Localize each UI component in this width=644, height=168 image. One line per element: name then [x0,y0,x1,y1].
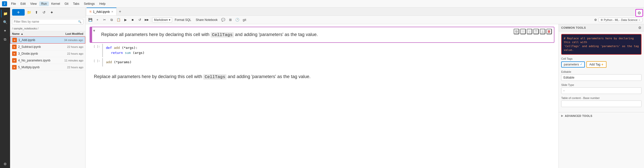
file-row[interactable]: N 1_Add.ipynb 34 minutes ago [10,37,85,44]
copy-cell-button[interactable]: ⧉ [514,29,519,34]
keyword: return [111,50,123,56]
refresh-button[interactable]: ↺ [41,9,47,16]
git-button[interactable]: ✦ [48,9,55,16]
git-btn[interactable]: git [241,17,248,23]
open-folder-button[interactable]: 📁 [26,9,32,16]
code-cell-content-1[interactable]: def add (*args): return sum (args) [102,44,554,57]
file-name: 5_Multiply.ipynb [18,65,56,69]
file-row[interactable]: N 3_Divide.ipynb 22 hours ago [10,50,85,57]
menu-edit[interactable]: Edit [18,2,28,6]
copy-button[interactable]: ⧉ [108,17,115,23]
menu-bar: J File Edit View Run Kernel Git Tabs Set… [0,0,644,8]
add-cell-button[interactable]: + [94,17,101,23]
slide-type-input[interactable] [561,87,641,94]
move-up-button[interactable]: ↑ [520,29,526,34]
share-notebook-button[interactable]: Share Notebook [194,18,220,22]
markdown-cell-2: Replace all parameters here by declaring… [90,69,554,85]
notebook-icon: N [12,45,17,49]
cut-button[interactable]: ✂ [101,17,108,23]
add-tag-button[interactable]: Add Tag + [586,61,607,68]
run-button[interactable]: ▶ [122,17,129,23]
tag-chip[interactable]: parameters ✓ [561,61,585,68]
notebook-content: ▾ Replace all parameters here by declari… [86,24,558,168]
col-name-header[interactable]: Name ▲ [12,32,56,35]
icon-git[interactable]: ✦ [1,27,9,35]
file-row[interactable]: N 5_Multiply.ipynb 22 hours ago [10,64,85,71]
editable-input[interactable] [561,74,641,81]
code-text: (args) [133,50,144,56]
fast-forward-button[interactable]: ▶▶ [143,17,150,23]
advanced-tools-label: ADVANCED TOOLS [565,114,592,117]
paste-button[interactable]: 📋 [115,17,122,23]
notebook-icon: N [12,65,17,70]
main-area: N 1_Add.ipynb ✕ + 💾 + ✂ ⧉ 📋 ▶ ■ ↺ ▶▶ Mar… [86,8,644,168]
clock-button[interactable]: 🕐 [234,17,241,23]
icon-bar: 📁 🔍 ✦ ⧉ ⚙ [0,8,10,168]
params: (*args): [122,45,138,51]
upload-button[interactable]: ⬆ [33,9,40,16]
preview-line2: 'CellTags' and adding 'parameters' as th… [564,44,639,52]
advanced-tools-header[interactable]: ▶ ADVANCED TOOLS [559,112,644,119]
slide-type-field-group: Slide Type [561,83,641,94]
code-text: (*params) [114,60,131,65]
tab-label: 1_Add.ipynb [93,10,110,14]
top-right-settings-button[interactable]: ⚙ [635,9,643,17]
menu-git[interactable]: Git [63,2,70,6]
file-name: 2_Subtract.ipynb [18,45,56,49]
cell-type-dropdown[interactable]: Markdown ▾ [152,17,172,22]
markdown-cell-selected[interactable]: ▾ Replace all parameters here by declari… [90,27,554,43]
menu-view[interactable]: View [28,2,39,6]
file-row[interactable]: N 2_Subtract.ipynb 22 hours ago [10,44,85,50]
merge-button[interactable]: ⊤ [533,29,539,34]
tab-close-button[interactable]: ✕ [111,10,113,13]
notebook-tab[interactable]: N 1_Add.ipynb ✕ [87,8,117,15]
icon-extensions[interactable]: ⧉ [1,35,9,43]
sort-asc-icon: ▲ [21,32,23,35]
main-layout: 📁 🔍 ✦ ⧉ ⚙ + 📁 ⬆ ↺ ✦ 🔍 / sample_notebooks… [0,8,644,168]
file-row[interactable]: N 4_No_parameters.ipynb 11 minutes ago [10,57,85,64]
code-cell-content-2[interactable]: add (*params) [102,58,554,66]
code-cell-2: [ ]: add (*params) [90,58,554,66]
fn-call: add [106,60,112,65]
stop-button[interactable]: ■ [129,17,136,23]
editable-label: Editable [561,70,641,73]
restart-button[interactable]: ↺ [136,17,143,23]
comment-button[interactable]: 💬 [220,17,226,23]
menu-file[interactable]: File [9,2,18,6]
cell-prompt-2: [ ]: [90,58,102,62]
kernel-icon: ⚙ [594,18,597,22]
code-cell-1: [ ]: def add (*args): return sum (args) [90,44,554,57]
right-panel-gear-icon[interactable]: ⚙ [638,26,641,30]
toc-input[interactable] [561,100,641,107]
format-sql-button[interactable]: Format SQL [173,18,193,22]
markdown-cell-content: Replace all parameters here by declaring… [97,27,554,42]
save-button[interactable]: 💾 [87,17,94,23]
tag-check-icon: ✓ [580,63,582,66]
menu-tabs[interactable]: Tabs [71,2,81,6]
search-input[interactable] [14,20,78,23]
new-tab-button[interactable]: + [117,8,124,15]
move-down-button[interactable]: ↓ [527,29,532,34]
code-preview: # Replace all parameters here by declari… [561,34,641,55]
col-modified-header[interactable]: Last Modified [56,32,83,35]
sidebar: + 📁 ⬆ ↺ ✦ 🔍 / sample_notebooks / Name ▲ … [10,8,86,168]
delete-cell-button[interactable]: 🗑 [546,29,552,34]
kernel-badge[interactable]: Python - ML - Data Science ○ [598,18,642,22]
code-line: def add (*args): [106,45,551,51]
menu-kernel[interactable]: Kernel [49,2,62,6]
cell-collapse-btn[interactable]: ▾ [92,27,97,42]
cell-tags-area: parameters ✓ Add Tag + [561,61,641,68]
file-table: Name ▲ Last Modified N 1_Add.ipynb 34 mi… [10,31,85,168]
grid-button[interactable]: ⊞ [227,17,234,23]
notebook-toolbar: 💾 + ✂ ⧉ 📋 ▶ ■ ↺ ▶▶ Markdown ▾ Format SQL… [86,16,644,24]
split-button[interactable]: ⊥ [540,29,545,34]
separator [151,17,151,22]
icon-search[interactable]: 🔍 [1,18,9,26]
icon-files[interactable]: 📁 [1,10,9,18]
new-file-button[interactable]: + [12,9,25,16]
menu-settings[interactable]: Settings [82,2,97,6]
menu-run[interactable]: Run [39,2,49,6]
icon-settings[interactable]: ⚙ [1,160,9,168]
file-modified: 34 minutes ago [55,39,83,42]
menu-help[interactable]: Help [97,2,108,6]
